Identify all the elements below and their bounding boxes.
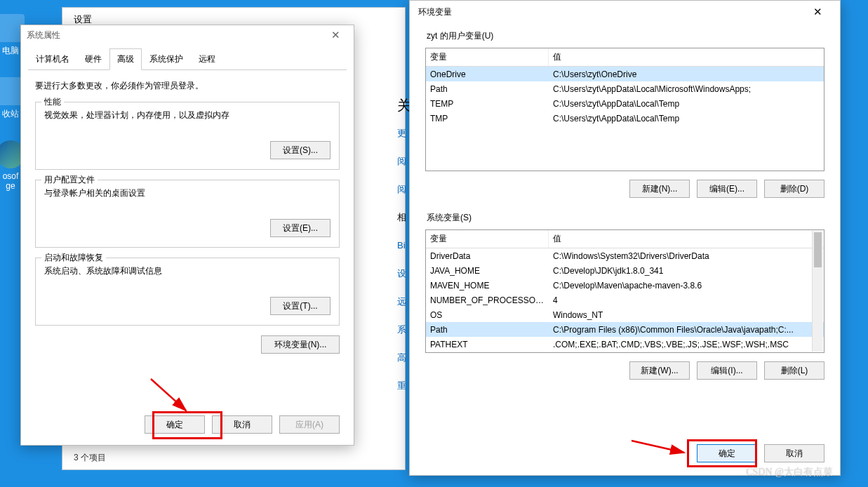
tab-hardware[interactable]: 硬件 bbox=[77, 48, 109, 70]
user-vars-list[interactable]: 变量 值 OneDriveC:\Users\zyt\OneDrivePathC:… bbox=[425, 48, 824, 171]
user-vars-label: zyt 的用户变量(U) bbox=[427, 30, 824, 42]
table-row[interactable]: PathC:\Program Files (x86)\Common Files\… bbox=[426, 322, 824, 337]
sys-vars-label: 系统变量(S) bbox=[427, 212, 824, 224]
sys-new-button[interactable]: 新建(W)... bbox=[629, 361, 690, 380]
table-row[interactable]: MAVEN_HOMEC:\Develop\Maven\apache-maven-… bbox=[426, 278, 824, 293]
table-row[interactable]: OneDriveC:\Users\zyt\OneDrive bbox=[426, 67, 824, 81]
col-value[interactable]: 值 bbox=[549, 230, 824, 248]
user-new-button[interactable]: 新建(N)... bbox=[629, 180, 690, 198]
fieldset-user-profile: 用户配置文件 与登录帐户相关的桌面设置 设置(E)... bbox=[35, 180, 340, 248]
env-title: 环境变量 bbox=[418, 6, 452, 18]
col-variable[interactable]: 变量 bbox=[426, 230, 549, 248]
close-icon[interactable]: ✕ bbox=[323, 29, 348, 41]
sys-edit-button[interactable]: 编辑(I)... bbox=[697, 361, 757, 380]
table-row[interactable]: PATHEXT.COM;.EXE;.BAT;.CMD;.VBS;.VBE;.JS… bbox=[426, 337, 824, 352]
sysprop-admin-note: 要进行大多数更改，你必须作为管理员登录。 bbox=[35, 80, 340, 92]
tab-protection[interactable]: 系统保护 bbox=[142, 48, 191, 70]
system-properties-dialog: 系统属性 ✕ 计算机名 硬件 高级 系统保护 远程 要进行大多数更改，你必须作为… bbox=[20, 25, 354, 446]
sysprop-title: 系统属性 bbox=[27, 29, 60, 41]
env-ok-button[interactable]: 确定 bbox=[697, 444, 757, 462]
fieldset-startup: 启动和故障恢复 系统启动、系统故障和调试信息 设置(T)... bbox=[35, 258, 340, 326]
sysprop-cancel-button[interactable]: 取消 bbox=[212, 415, 272, 434]
tab-advanced[interactable]: 高级 bbox=[109, 48, 142, 70]
table-row[interactable]: TEMPC:\Users\zyt\AppData\Local\Temp bbox=[426, 96, 824, 111]
sysprop-titlebar[interactable]: 系统属性 ✕ bbox=[21, 25, 354, 45]
tab-computer-name[interactable]: 计算机名 bbox=[28, 48, 77, 70]
sys-delete-button[interactable]: 删除(L) bbox=[764, 361, 824, 380]
table-row[interactable]: DriverDataC:\Windows\System32\Drivers\Dr… bbox=[426, 248, 824, 263]
env-titlebar[interactable]: 环境变量 ✕ bbox=[410, 1, 840, 23]
settings-item-count: 3 个项目 bbox=[74, 452, 106, 464]
scrollbar-vertical[interactable] bbox=[812, 231, 823, 352]
tab-remote[interactable]: 远程 bbox=[191, 48, 223, 70]
table-row[interactable]: OSWindows_NT bbox=[426, 307, 824, 322]
env-cancel-button[interactable]: 取消 bbox=[764, 444, 824, 462]
table-row[interactable]: PathC:\Users\zyt\AppData\Local\Microsoft… bbox=[426, 81, 824, 96]
col-variable[interactable]: 变量 bbox=[426, 48, 549, 66]
user-delete-button[interactable]: 删除(D) bbox=[764, 180, 824, 198]
user-edit-button[interactable]: 编辑(E)... bbox=[697, 180, 757, 198]
env-var-button[interactable]: 环境变量(N)... bbox=[261, 335, 340, 354]
col-value[interactable]: 值 bbox=[549, 48, 824, 66]
table-row[interactable]: NUMBER_OF_PROCESSORS4 bbox=[426, 293, 824, 307]
settings-t-button[interactable]: 设置(T)... bbox=[270, 297, 330, 315]
sysprop-tabs: 计算机名 硬件 高级 系统保护 远程 bbox=[28, 48, 347, 70]
sys-vars-list[interactable]: 变量 值 DriverDataC:\Windows\System32\Drive… bbox=[425, 229, 824, 353]
table-row[interactable]: TMPC:\Users\zyt\AppData\Local\Temp bbox=[426, 111, 824, 126]
watermark: CSDN @大白有点菜 bbox=[746, 466, 833, 479]
fieldset-performance: 性能 视觉效果，处理器计划，内存使用，以及虚拟内存 设置(S)... bbox=[35, 102, 340, 170]
sysprop-ok-button[interactable]: 确定 bbox=[145, 415, 205, 434]
settings-s-button[interactable]: 设置(S)... bbox=[270, 141, 330, 159]
env-var-dialog: 环境变量 ✕ zyt 的用户变量(U) 变量 值 OneDriveC:\User… bbox=[409, 0, 841, 476]
settings-e-button[interactable]: 设置(E)... bbox=[270, 219, 330, 237]
close-icon[interactable]: ✕ bbox=[803, 6, 832, 18]
sysprop-apply-button: 应用(A) bbox=[279, 415, 340, 434]
table-row[interactable]: JAVA_HOMEC:\Develop\JDK\jdk1.8.0_341 bbox=[426, 263, 824, 278]
